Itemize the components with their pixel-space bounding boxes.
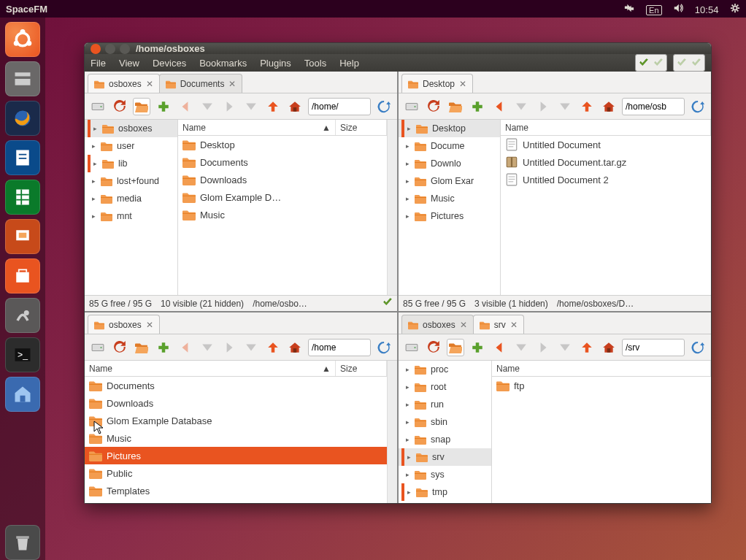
tab-osboxes[interactable]: osboxes✕ [88,74,160,93]
tree-item[interactable]: ▸media [85,190,177,207]
clock[interactable]: 10:54 [695,4,719,15]
fwd-menu-icon[interactable] [242,98,260,115]
tab-documents[interactable]: Documents✕ [159,74,243,93]
file-list[interactable]: Name▲Size DocumentsDownloadsGlom Example… [85,361,387,504]
up-icon[interactable] [264,98,282,115]
check-icon[interactable] [382,297,393,310]
launcher-spacefm-icon[interactable] [5,377,40,412]
fwd-menu-icon[interactable] [242,339,260,356]
tree-item[interactable]: ▸sbin [399,413,491,431]
back-menu-icon[interactable] [512,98,530,115]
launcher-trash-icon[interactable] [5,525,40,560]
file-row[interactable]: Glom Example D… [178,188,387,206]
tree-item[interactable]: ▸sys [399,466,491,483]
menu-help[interactable]: Help [339,58,359,69]
menu-view[interactable]: View [119,58,139,69]
refresh-icon[interactable] [375,339,393,356]
window-close-icon[interactable] [91,44,101,54]
launcher-files-icon[interactable] [5,61,40,96]
tab-srv[interactable]: srv✕ [473,315,524,334]
file-list[interactable]: Name▲Size DesktopDocumentsDownloadsGlom … [178,120,387,295]
launcher-settings-icon[interactable] [5,298,40,333]
folder-open-icon[interactable] [133,339,150,356]
tree-item[interactable]: ▸osboxes [85,120,177,137]
file-list[interactable]: Name Untitled DocumentUntitled Document.… [501,120,711,295]
refresh-icon[interactable] [689,339,707,356]
tree-item[interactable]: ▸lost+found [85,172,177,190]
home-icon[interactable] [286,98,304,115]
back-icon[interactable] [491,98,508,115]
reload-icon[interactable] [425,98,442,115]
tree-item[interactable]: ▸usr [399,501,491,504]
tree-item[interactable]: ▸Glom Exar [399,172,500,190]
tree-item[interactable]: ▸lib [85,155,177,172]
fwd-icon[interactable] [534,98,552,115]
file-row[interactable]: ftp [492,377,711,394]
launcher-impress-icon[interactable] [5,219,40,254]
launcher-software-icon[interactable] [5,258,40,294]
file-row[interactable]: Templates [85,482,387,499]
window-minimize-icon[interactable] [105,44,115,54]
home-icon[interactable] [600,339,618,356]
back-menu-icon[interactable] [512,339,530,356]
menu-bookmarks[interactable]: Bookmarks [199,58,247,69]
launcher-firefox-icon[interactable] [5,101,40,136]
file-row[interactable]: Pictures [85,447,387,464]
file-row[interactable]: Untitled Document [501,136,711,153]
tab-close-icon[interactable]: ✕ [146,320,153,330]
menu-file[interactable]: File [91,58,106,69]
back-menu-icon[interactable] [199,339,216,356]
file-row[interactable]: Desktop [178,136,387,153]
tab-close-icon[interactable]: ✕ [460,320,467,330]
tree-item[interactable]: ▸Music [399,190,500,207]
reload-icon[interactable] [111,339,128,356]
tree-item[interactable]: ▸Downlo [399,155,500,172]
path-input[interactable] [308,98,371,115]
up-icon[interactable] [264,339,282,356]
file-row[interactable]: Documents [178,153,387,171]
tree-item[interactable]: ▸Docume [399,137,500,155]
tree-item[interactable]: ▸proc [399,361,491,378]
file-row[interactable]: Glom Example Database [85,412,387,429]
home-icon[interactable] [286,339,304,356]
tab-desktop[interactable]: Desktop✕ [401,74,473,93]
up-icon[interactable] [578,339,596,356]
col-size[interactable]: Size [336,361,387,376]
tree-item[interactable]: ▸srv [399,448,491,466]
refresh-icon[interactable] [375,98,393,115]
task-cluster-1[interactable] [635,54,667,72]
col-name[interactable]: Name [182,123,206,133]
file-row[interactable]: Untitled Document.tar.gz [501,153,711,171]
sound-icon[interactable] [673,3,683,13]
tree-item[interactable]: ▸tmp [399,483,491,501]
menu-plugins[interactable]: Plugins [260,58,291,69]
file-row[interactable]: Music [85,429,387,447]
tree-view[interactable]: ▸Desktop▸Docume▸Downlo▸Glom Exar▸Music▸P… [399,120,501,295]
file-row[interactable]: Downloads [85,394,387,412]
file-row[interactable]: Videos [85,499,387,504]
drive-icon[interactable] [89,339,107,356]
new-tab-icon[interactable] [155,98,172,115]
file-row[interactable]: Untitled Document 2 [501,171,711,188]
back-icon[interactable] [177,98,194,115]
new-tab-icon[interactable] [469,98,486,115]
file-row[interactable]: Public [85,464,387,482]
path-input[interactable] [622,98,685,115]
drive-icon[interactable] [89,98,107,115]
tab-close-icon[interactable]: ✕ [228,79,236,89]
launcher-writer-icon[interactable] [5,140,40,175]
settings-gear-icon[interactable] [730,3,740,13]
fwd-menu-icon[interactable] [556,98,574,115]
launcher-calc-icon[interactable] [5,180,40,215]
tab-close-icon[interactable]: ✕ [146,79,153,89]
refresh-icon[interactable] [689,98,707,115]
col-name[interactable]: Name [492,361,711,376]
new-tab-icon[interactable] [155,339,172,356]
tree-item[interactable]: ▸Desktop [399,120,500,137]
window-maximize-icon[interactable] [120,44,130,54]
col-name[interactable]: Name [89,364,112,374]
tree-item[interactable]: ▸mnt [85,207,177,225]
tree-item[interactable]: ▸root [399,378,491,396]
fwd-icon[interactable] [220,339,238,356]
folder-open-icon[interactable] [447,339,464,356]
